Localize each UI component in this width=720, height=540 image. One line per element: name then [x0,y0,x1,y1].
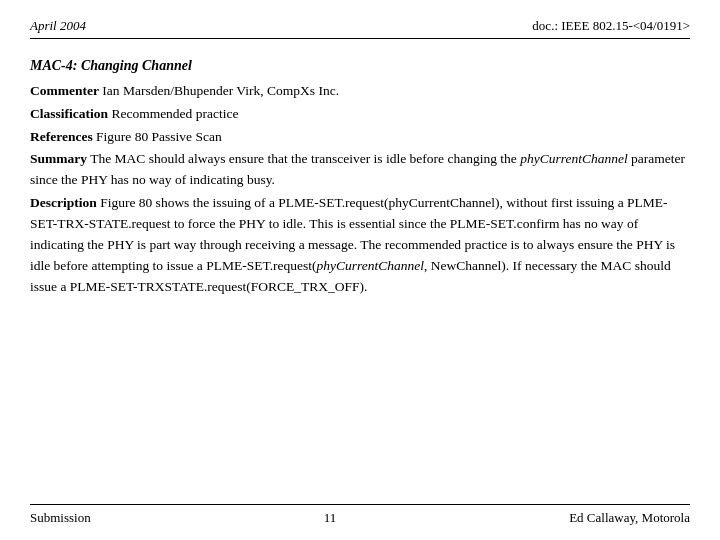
header-doc: doc.: IEEE 802.15-<04/0191> [532,18,690,34]
summary-label: Summary [30,151,87,166]
commenter-line: Commenter Ian Marsden/Bhupender Virk, Co… [30,81,690,102]
description-block: Description Figure 80 shows the issuing … [30,193,690,298]
classification-value: Recommended practice [108,106,238,121]
summary-line: Summary The MAC should always ensure tha… [30,149,690,191]
footer: Submission 11 Ed Callaway, Motorola [30,504,690,526]
summary-italic: phyCurrentChannel [520,151,628,166]
classification-line: Classification Recommended practice [30,104,690,125]
content: MAC-4: Changing Channel Commenter Ian Ma… [30,55,690,504]
references-line: References Figure 80 Passive Scan [30,127,690,148]
commenter-label: Commenter [30,83,99,98]
classification-label: Classification [30,106,108,121]
page: April 2004 doc.: IEEE 802.15-<04/0191> M… [0,0,720,540]
footer-center: 11 [324,510,337,526]
header: April 2004 doc.: IEEE 802.15-<04/0191> [30,18,690,39]
references-label: References [30,129,93,144]
commenter-value: Ian Marsden/Bhupender Virk, CompXs Inc. [99,83,339,98]
footer-right: Ed Callaway, Motorola [569,510,690,526]
footer-left: Submission [30,510,91,526]
section-title: MAC-4: Changing Channel [30,55,690,77]
summary-text1: The MAC should always ensure that the tr… [87,151,520,166]
header-date: April 2004 [30,18,86,34]
description-label: Description [30,195,97,210]
references-value: Figure 80 Passive Scan [93,129,222,144]
description-italic1: phyCurrentChannel [317,258,425,273]
